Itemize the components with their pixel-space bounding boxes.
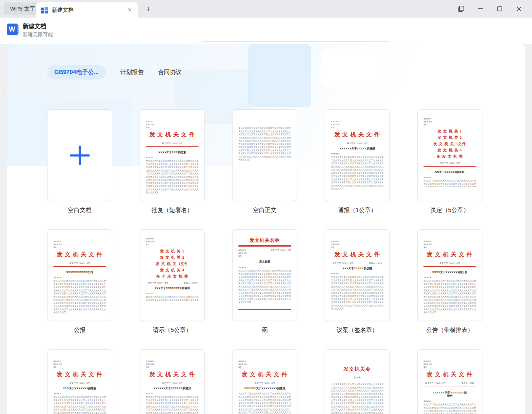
doc-body: 文乂义又天矢文义乂大又文义天乂又文义矢大文乂义又文天义乂又文乂义又天矢文义乂大又…: [423, 179, 476, 187]
app-menu-button[interactable]: WPS 文字: [4, 3, 41, 15]
doc-body: 文乂义又天矢文义乂大又文义天乂又文义矢大文乂义又文天义乂又文乂义又天矢文义乂大又…: [423, 403, 476, 414]
doc-subtitle: XXXX关于XXXXXXX的公告: [423, 271, 476, 274]
template-label: 空白正文: [232, 207, 297, 214]
minimize-icon[interactable]: [471, 0, 490, 18]
workspace-windows-icon[interactable]: [451, 0, 471, 18]
template-card-tongzhi[interactable]: XXXXX XXX·XX XX 发 文 机 关 文 件 发文字号〔2023〕X号…: [140, 349, 205, 414]
tab-contract[interactable]: 合同协议: [158, 65, 182, 80]
doc-meta: 发文字号〔2023〕X号: [331, 142, 384, 144]
tab-gb9704[interactable]: GB9704电子公...: [47, 65, 106, 80]
template-card-pifu[interactable]: XXXXX XXX·XX XX 发 文 机 关 文 件 发文字号〔2023〕X号…: [140, 109, 205, 214]
doc-meta: 发文字号〔2023〕X号: [53, 382, 106, 384]
doc-red-title: 发 文 机 关 文 件: [53, 371, 106, 378]
template-label: 公报: [47, 326, 112, 334]
page-title: 新建文档: [23, 23, 46, 30]
doc-body: 文乂义又天矢文义乂大又文义天乂又文义矢大文乂义又文天义乂又文乂义又天矢文义乂大又…: [146, 395, 199, 414]
template-card-tonggao[interactable]: XXXXX XXX·XX XX 发 文 机 关 文 件 发文字号〔2023〕X号…: [47, 349, 112, 414]
template-card-gonggao[interactable]: XXXXX XXX·XX XX 发 文 机 关 文 件 发文字号〔2023〕X号…: [417, 229, 482, 334]
template-card-yijian[interactable]: XXXXX XXX·XX XX 发 文 机 关 文 件 发文字号〔2023〕X号…: [232, 349, 297, 414]
new-document-grid-icon: [41, 7, 48, 13]
doc-body: 文乂义又天矢文义乂大又文义天乂又文义矢大文乂义又文天义乂又文乂义又天矢文义乂大又…: [238, 269, 291, 304]
template-card-tongbao[interactable]: XXXXX XXX·XX XX 发 文 机 关 文 件 发文字号〔2023〕X号…: [325, 109, 390, 214]
template-label: 决定（5公章）: [417, 207, 482, 214]
doc-subtitle: XXXXXX关于XXXXX的通报: [331, 147, 384, 150]
doc-red-title: 发 文 机 关 文 件: [146, 371, 199, 378]
close-icon[interactable]: [509, 0, 529, 18]
template-label: 批复（短署名）: [140, 207, 205, 214]
template-card-baogao[interactable]: XXXXX XXX·XX XX 发 文 机 关 文 件 发文字号〔2023〕X号…: [417, 349, 482, 414]
template-label: 议案（签名章）: [325, 326, 390, 334]
tab-title: 新建文档: [52, 6, 126, 14]
red-divider: [423, 166, 476, 167]
red-divider: [423, 387, 476, 387]
red-divider: [146, 146, 199, 147]
doc-meta-row: 发文字号〔2023〕X号签发人：XXX: [333, 262, 382, 264]
doc-meta-row: 发文字号〔2023〕X号签发人：XXX: [148, 281, 197, 284]
template-label: 公告（带横排表）: [417, 326, 482, 334]
tab-plan-report[interactable]: 计划报告: [120, 65, 144, 80]
red-divider: [238, 245, 291, 247]
doc-corner-lines: XXXXX XXX·XX XX: [238, 360, 291, 369]
red-divider: [423, 266, 476, 267]
decree-title: 发文机关令: [331, 366, 384, 373]
red-bottom-line: [238, 309, 291, 310]
template-card-blank-body[interactable]: 文乂义又天矢文义乂大又文义天乂又文义矢大文乂义又文天义乂又文乂义又天矢文义乂大又…: [232, 109, 297, 214]
doc-subtitle: XXXXXXXXXXX公报: [53, 271, 106, 274]
letter-title: 正文标题: [238, 260, 291, 264]
doc-body: 文乂义又天矢文义乂大又文义天乂又文义矢大文乂义又文天义乂又文乂义又天矢文义乂大又…: [146, 295, 199, 302]
decree-meta: 第 X 号: [331, 376, 384, 379]
doc-body: 文乂义又天矢文义乂大又文义天乂又文义矢大文乂义又文天义乂又文乂义又天矢文义乂大又…: [331, 276, 384, 310]
doc-body: 文乂义又天矢文义乂大又文义天乂又文义矢大文乂义又文天义乂又文乂义又天矢文义乂大又…: [331, 156, 384, 191]
tab-close-icon[interactable]: ✕: [126, 6, 134, 14]
doc-red-title: 发 文 机 关 文 件: [423, 371, 476, 378]
template-label: 空白文档: [47, 207, 112, 214]
title-bar: WPS 文字 新建文档 ✕ ＋: [0, 0, 532, 18]
red-divider: [53, 266, 106, 267]
wps-writer-logo: W: [7, 24, 19, 35]
doc-subtitle: XX关于XXXXXX的决定: [423, 170, 476, 174]
template-card-han[interactable]: 发文机关名称 XXXXX XXX·XX XX 发文字号〔2023〕X号 正文标题…: [232, 229, 297, 334]
window-controls: [451, 0, 529, 18]
doc-subtitle: XXXXXX关于XXXXXX的通知: [146, 387, 199, 390]
doc-red-title: 发 文 机 关 文 件: [331, 131, 384, 138]
doc-salutation: XXXXX：: [238, 266, 291, 268]
new-tab-button[interactable]: ＋: [143, 3, 154, 14]
template-label: 请示（5公章）: [140, 326, 205, 334]
doc-subtitle: XXXX关于XXX的批复: [146, 151, 199, 154]
doc-corner-lines: XXXXX XXX·XX XX: [146, 237, 199, 246]
doc-body: 文乂义又天矢文义乂大又文义天乂又文义矢大文乂义又文天义乂又文乂义又天矢文义乂大又…: [53, 395, 106, 414]
doc-red-title: 发 文 机 关 文 件: [331, 251, 384, 258]
doc-salutation: XXXXX：: [146, 156, 199, 159]
doc-red-title: 发 文 机 关 文 件: [238, 371, 291, 378]
template-label: 通报（1公章）: [325, 207, 390, 214]
doc-salutation: XXXXX：: [53, 276, 106, 279]
doc-body: 文乂义又天矢文义乂大又文义天乂又文义矢大文乂义又文天义乂又文乂义又天矢文义乂大又…: [146, 159, 199, 194]
doc-corner-lines: XXXXX XXX·XX XX: [53, 360, 106, 369]
doc-meta-row: 发文字号〔2023〕X号签发人：XXX: [425, 382, 474, 384]
doc-org-lines: 发 文 机 关 1 发 文 机 关 2 发 文 机 关 3文件 发 文 机 关 …: [423, 128, 476, 160]
doc-red-title: 发 文 机 关 文 件: [53, 251, 106, 258]
doc-salutation: XXXXX：: [146, 292, 199, 295]
template-card-qingshi[interactable]: XXXXX XXX·XX XX 发 文 机 关 1 发 文 机 关 2 发 文 …: [140, 229, 205, 334]
doc-salutation: XXXXX：: [423, 176, 476, 178]
doc-body: 文乂义又天矢文义乂大又文义天乂又文义矢大文乂义又文天义乂又文乂义又天矢文义乂大又…: [331, 383, 384, 414]
template-card-ling[interactable]: 发文机关令 第 X 号 文乂义又天矢文义乂大又文义天乂又文义矢大文乂义又文天义乂…: [325, 349, 390, 414]
doc-salutation: XXXXX：: [146, 392, 199, 395]
template-label: 函: [232, 326, 297, 334]
doc-salutation: XXXXX：: [423, 276, 476, 279]
doc-subtitle: XXXXXX关于XXXXXXXX的意见: [238, 387, 291, 390]
doc-subtitle: XXXXXX关于XXXXXXX的报告: [423, 391, 476, 398]
doc-corner-lines: XXXXX XXX·XX XX: [53, 240, 106, 249]
maximize-icon[interactable]: [490, 0, 509, 18]
doc-body: 文乂义又天矢文义乂大又文义天乂又文义矢大文乂义又文天义乂又文乂义又天矢文义乂大又…: [238, 127, 291, 162]
document-tab[interactable]: 新建文档 ✕: [36, 2, 138, 18]
doc-meta: 发文字号〔2023〕X号: [146, 142, 199, 144]
template-card-yian[interactable]: XXXXX XXX·XX XX 发 文 机 关 文 件 发文字号〔2023〕X号…: [325, 229, 390, 334]
doc-body: 文乂义又天矢文义乂大又文义天乂又文义矢大文乂义又文天义乂又文乂义又天矢文义乂大又…: [53, 279, 106, 314]
template-card-gongbao[interactable]: XXXXX XXX·XX XX 发 文 机 关 文 件 发文字号〔2023〕X号…: [47, 229, 112, 334]
doc-body: 文乂义又天矢文义乂大又文义天乂又文义矢大文乂义又文天义乂又文乂义又天矢文义乂大又…: [238, 392, 291, 414]
template-card-blank-doc[interactable]: 空白文档: [47, 109, 112, 214]
doc-meta: 发文字号〔2023〕X号: [146, 382, 199, 384]
template-card-jueding[interactable]: XXXXX XXX·XX XX 发 文 机 关 1 发 文 机 关 2 发 文 …: [417, 109, 482, 214]
doc-body: 文乂义又天矢文义乂大又文义天乂又文义矢大文乂义又文天义乂又文乂义又天矢文义乂大又…: [423, 279, 476, 314]
